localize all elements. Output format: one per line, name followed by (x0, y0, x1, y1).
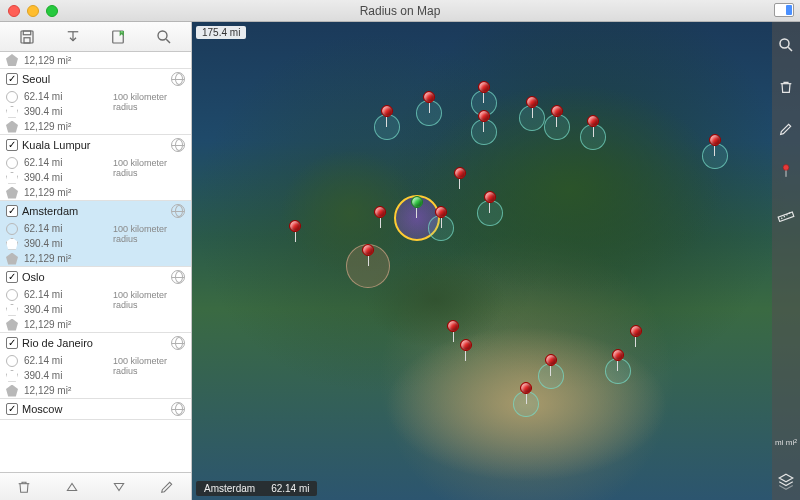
visibility-checkbox[interactable] (6, 271, 18, 283)
location-list[interactable]: 12,129 mi²Seoul62.14 mi390.4 mi12,129 mi… (0, 52, 191, 472)
rail-pin-icon[interactable] (777, 162, 795, 180)
map-pin[interactable] (381, 105, 393, 127)
globe-icon[interactable] (171, 336, 185, 350)
map-pin[interactable] (435, 206, 447, 228)
status-radius: 62.14 mi (271, 483, 309, 494)
map-pin[interactable] (478, 81, 490, 103)
svg-point-4 (158, 31, 167, 40)
area-value: 12,129 mi² (24, 253, 71, 264)
visibility-checkbox[interactable] (6, 337, 18, 349)
map-pin[interactable] (289, 220, 301, 242)
map-pin[interactable] (484, 191, 496, 213)
location-item[interactable]: Kuala Lumpur62.14 mi390.4 mi12,129 mi²10… (0, 135, 191, 201)
sidebar-bottom-toolbar (0, 472, 191, 500)
perimeter-value: 390.4 mi (24, 238, 62, 249)
toolbar-toggle-button[interactable] (774, 3, 794, 17)
map-pin[interactable] (526, 96, 538, 118)
radius-value: 62.14 mi (24, 157, 62, 168)
area-icon (6, 54, 18, 66)
map-pin[interactable] (362, 244, 374, 266)
location-name: Amsterdam (22, 205, 167, 217)
note-icon[interactable] (106, 25, 130, 49)
radius-label: 100 kilometer radius (113, 89, 191, 134)
zoom-window-button[interactable] (46, 5, 58, 17)
map-view[interactable]: 175.4 mi Amsterdam 62.14 mi mi mi² (192, 22, 800, 500)
globe-icon[interactable] (171, 270, 185, 284)
map-pin[interactable] (478, 110, 490, 132)
location-item[interactable]: Rio de Janeiro62.14 mi390.4 mi12,129 mi²… (0, 333, 191, 399)
svg-rect-1 (23, 31, 31, 35)
map-pin[interactable] (545, 354, 557, 376)
location-item[interactable]: Seoul62.14 mi390.4 mi12,129 mi²100 kilom… (0, 69, 191, 135)
map-pin[interactable] (709, 134, 721, 156)
map-pin[interactable] (460, 339, 472, 361)
radius-label: 100 kilometer radius (113, 353, 191, 398)
rail-trash-icon[interactable] (777, 78, 795, 96)
sidebar-toolbar (0, 22, 191, 52)
rail-search-icon[interactable] (777, 36, 795, 54)
search-icon[interactable] (152, 25, 176, 49)
list-item-tail[interactable]: 12,129 mi² (0, 52, 191, 69)
map-pin[interactable] (520, 382, 532, 404)
visibility-checkbox[interactable] (6, 73, 18, 85)
radius-value: 62.14 mi (24, 223, 62, 234)
map-pin[interactable] (551, 105, 563, 127)
location-item[interactable]: Moscow (0, 399, 191, 420)
rail-unit-label[interactable]: mi mi² (775, 439, 797, 448)
area-value: 12,129 mi² (24, 385, 71, 396)
radius-value: 62.14 mi (24, 355, 62, 366)
edit-icon[interactable] (156, 476, 178, 498)
perimeter-icon (6, 370, 18, 382)
radius-icon (6, 91, 18, 103)
radius-icon (6, 355, 18, 367)
minimize-window-button[interactable] (27, 5, 39, 17)
radius-icon (6, 223, 18, 235)
location-item[interactable]: Oslo62.14 mi390.4 mi12,129 mi²100 kilome… (0, 267, 191, 333)
radius-label: 100 kilometer radius (113, 221, 191, 266)
map-pin[interactable] (411, 196, 423, 218)
rail-layers-icon[interactable] (777, 472, 795, 490)
map-tools-rail: mi mi² (772, 22, 800, 500)
map-pin[interactable] (587, 115, 599, 137)
map-pin[interactable] (374, 206, 386, 228)
trash-icon[interactable] (13, 476, 35, 498)
window-controls (0, 5, 58, 17)
map-pin[interactable] (454, 167, 466, 189)
area-icon (6, 253, 18, 265)
perimeter-value: 390.4 mi (24, 370, 62, 381)
radius-value: 62.14 mi (24, 91, 62, 102)
globe-icon[interactable] (171, 402, 185, 416)
globe-icon[interactable] (171, 138, 185, 152)
visibility-checkbox[interactable] (6, 205, 18, 217)
map-pin[interactable] (612, 349, 624, 371)
move-down-icon[interactable] (108, 476, 130, 498)
location-name: Oslo (22, 271, 167, 283)
map-pin[interactable] (447, 320, 459, 342)
location-item[interactable]: Amsterdam62.14 mi390.4 mi12,129 mi²100 k… (0, 201, 191, 267)
svg-point-6 (783, 165, 789, 171)
svg-point-5 (780, 39, 789, 48)
globe-icon[interactable] (171, 204, 185, 218)
map-pin[interactable] (630, 325, 642, 347)
radius-value: 62.14 mi (24, 289, 62, 300)
globe-icon[interactable] (171, 72, 185, 86)
visibility-checkbox[interactable] (6, 139, 18, 151)
rail-ruler-icon[interactable] (777, 204, 795, 222)
radius-label: 100 kilometer radius (113, 155, 191, 200)
status-location: Amsterdam (204, 483, 255, 494)
save-icon[interactable] (15, 25, 39, 49)
close-window-button[interactable] (8, 5, 20, 17)
rail-edit-icon[interactable] (777, 120, 795, 138)
radius-icon (6, 289, 18, 301)
move-up-icon[interactable] (61, 476, 83, 498)
perimeter-value: 390.4 mi (24, 172, 62, 183)
visibility-checkbox[interactable] (6, 403, 18, 415)
area-icon (6, 319, 18, 331)
import-icon[interactable] (61, 25, 85, 49)
status-bar: Amsterdam 62.14 mi (196, 481, 317, 496)
svg-rect-2 (24, 37, 30, 42)
location-name: Kuala Lumpur (22, 139, 167, 151)
map-pin[interactable] (423, 91, 435, 113)
svg-rect-8 (778, 212, 794, 221)
perimeter-icon (6, 106, 18, 118)
